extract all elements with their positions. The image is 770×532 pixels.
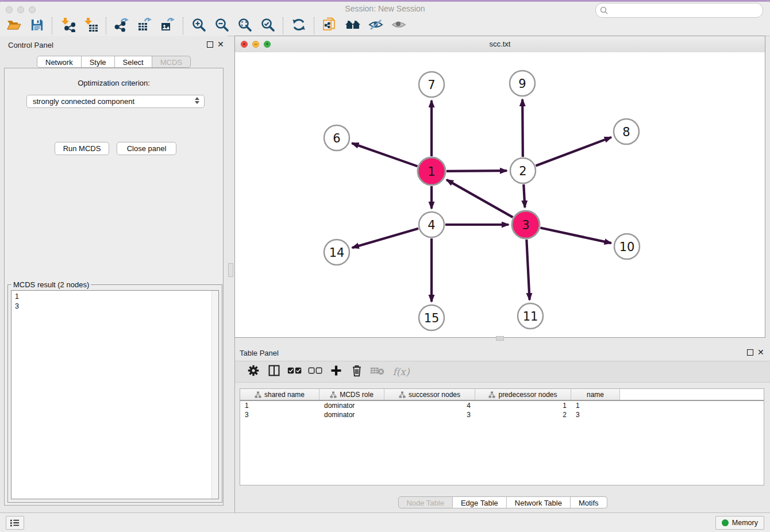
table-row[interactable]: 1dominator411 — [240, 401, 764, 410]
search-input[interactable] — [608, 5, 763, 16]
import-table-button[interactable] — [79, 17, 102, 35]
close-panel-button[interactable]: Close panel — [117, 142, 176, 155]
task-history-button[interactable] — [6, 516, 24, 530]
tab-mcds[interactable]: MCDS — [152, 56, 191, 68]
column-header-successor-nodes[interactable]: successor nodes — [384, 389, 475, 400]
open-file-button[interactable] — [2, 17, 25, 35]
tab-network-table[interactable]: Network Table — [507, 496, 571, 508]
delete-table-button[interactable] — [367, 363, 388, 381]
graph-node-14[interactable]: 14 — [324, 240, 349, 265]
table-cell[interactable]: 1 — [571, 401, 620, 410]
delete-row-button[interactable] — [346, 363, 367, 381]
tab-node-table[interactable]: Node Table — [398, 496, 453, 508]
toolbar-separator — [52, 17, 53, 34]
network-graph[interactable]: 1234678910111415 — [235, 52, 765, 337]
table-panel-title: Table Panel — [240, 349, 279, 357]
zoom-selected-icon — [260, 17, 276, 35]
graph-node-2[interactable]: 2 — [510, 158, 536, 183]
import-network-button[interactable] — [56, 17, 79, 35]
column-header-predecessor-nodes[interactable]: predecessor nodes — [475, 389, 571, 400]
export-image-icon — [160, 17, 175, 34]
mcds-result-area[interactable]: 1 3 — [11, 290, 219, 499]
graph-node-1[interactable]: 1 — [418, 157, 445, 185]
graph-node-10[interactable]: 10 — [614, 234, 640, 259]
table-row[interactable]: 3dominator323 — [240, 410, 764, 419]
refresh-button[interactable] — [287, 17, 310, 35]
zoom-out-button[interactable] — [210, 17, 233, 35]
node-table[interactable]: shared nameMCDS rolesuccessor nodesprede… — [240, 388, 764, 485]
zoom-in-button[interactable] — [187, 17, 210, 35]
float-panel-icon[interactable] — [207, 41, 213, 48]
export-network-button[interactable] — [110, 17, 133, 35]
tab-select[interactable]: Select — [115, 56, 152, 68]
table-cell[interactable]: dominator — [319, 410, 384, 419]
graph-node-3[interactable]: 3 — [512, 211, 540, 238]
toolbar-separator — [314, 17, 315, 34]
graph-node-8[interactable]: 8 — [614, 119, 639, 144]
graph-edge-3-10[interactable] — [540, 228, 611, 243]
column-header-MCDS-role[interactable]: MCDS role — [319, 389, 384, 400]
graph-node-9[interactable]: 9 — [510, 71, 535, 96]
close-panel-icon[interactable]: ✕ — [217, 40, 224, 49]
result-scrollbar[interactable] — [211, 291, 218, 499]
graph-node-6[interactable]: 6 — [324, 125, 349, 151]
run-mcds-button[interactable]: Run MCDS — [55, 142, 109, 155]
column-header-name[interactable]: name — [571, 389, 620, 400]
horizontal-splitter-handle[interactable] — [496, 336, 504, 341]
zoom-selected-button[interactable] — [256, 17, 279, 35]
memory-button[interactable]: Memory — [715, 516, 764, 530]
column-header-shared-name[interactable]: shared name — [240, 389, 319, 400]
fx-icon: f(x) — [392, 366, 409, 377]
apply-function-button[interactable]: f(x) — [388, 363, 414, 381]
graph-edge-2-3[interactable] — [523, 184, 525, 207]
graph-edge-3-11[interactable] — [526, 240, 529, 300]
hide-selected-button[interactable] — [364, 17, 387, 35]
export-image-button[interactable] — [156, 17, 179, 35]
table-cell[interactable]: 4 — [384, 401, 475, 410]
first-neighbors-button[interactable] — [341, 17, 364, 35]
table-cell[interactable]: 1 — [475, 401, 571, 410]
table-close-icon[interactable]: ✕ — [757, 348, 764, 357]
table-cell[interactable]: 3 — [571, 410, 620, 419]
table-cell[interactable]: 3 — [384, 410, 475, 419]
graph-edge-4-14[interactable] — [352, 229, 418, 248]
show-columns-button[interactable] — [264, 363, 284, 381]
search-field[interactable] — [595, 3, 763, 18]
show-all-button[interactable] — [387, 17, 410, 35]
node-table-body: 1dominator4113dominator323 — [240, 401, 764, 419]
graph-edge-1-2[interactable] — [446, 171, 507, 171]
graph-edge-1-6[interactable] — [352, 143, 417, 166]
tab-style[interactable]: Style — [82, 56, 115, 68]
graph-edge-2-9[interactable] — [522, 99, 523, 157]
save-session-button[interactable] — [25, 17, 48, 35]
graph-edge-3-1[interactable] — [446, 180, 513, 217]
table-cell[interactable]: 2 — [475, 410, 571, 419]
graph-node-label: 15 — [424, 311, 440, 325]
graph-node-label: 8 — [622, 125, 630, 139]
optimization-criterion-select[interactable]: strongly connected component — [26, 95, 205, 108]
new-network-from-selection-button[interactable] — [318, 17, 341, 35]
table-cell[interactable]: 1 — [240, 401, 319, 410]
select-all-button[interactable] — [284, 363, 305, 381]
graph-node-7[interactable]: 7 — [419, 72, 444, 97]
table-float-icon[interactable] — [747, 349, 753, 356]
table-cell[interactable]: 3 — [240, 410, 319, 419]
network-canvas[interactable]: 1234678910111415 — [235, 52, 765, 337]
graph-node-4[interactable]: 4 — [419, 212, 444, 237]
tab-motifs[interactable]: Motifs — [571, 496, 607, 508]
vertical-splitter-handle[interactable] — [228, 263, 233, 277]
deselect-all-button[interactable] — [305, 363, 326, 381]
export-table-button[interactable] — [133, 17, 156, 35]
graph-node-11[interactable]: 11 — [518, 303, 543, 329]
zoom-in-icon — [191, 17, 207, 35]
add-row-button[interactable] — [326, 363, 346, 381]
graph-edge-2-8[interactable] — [536, 137, 611, 166]
tab-edge-table[interactable]: Edge Table — [453, 496, 507, 508]
zoom-fit-button[interactable] — [233, 17, 256, 35]
tab-network[interactable]: Network — [37, 56, 82, 68]
network-window-titlebar[interactable]: × − + scc.txt — [235, 36, 765, 53]
graph-node-15[interactable]: 15 — [419, 305, 444, 330]
table-panel: Table Panel ✕ — [235, 344, 770, 509]
table-settings-button[interactable] — [243, 363, 264, 381]
table-cell[interactable]: dominator — [319, 401, 384, 410]
